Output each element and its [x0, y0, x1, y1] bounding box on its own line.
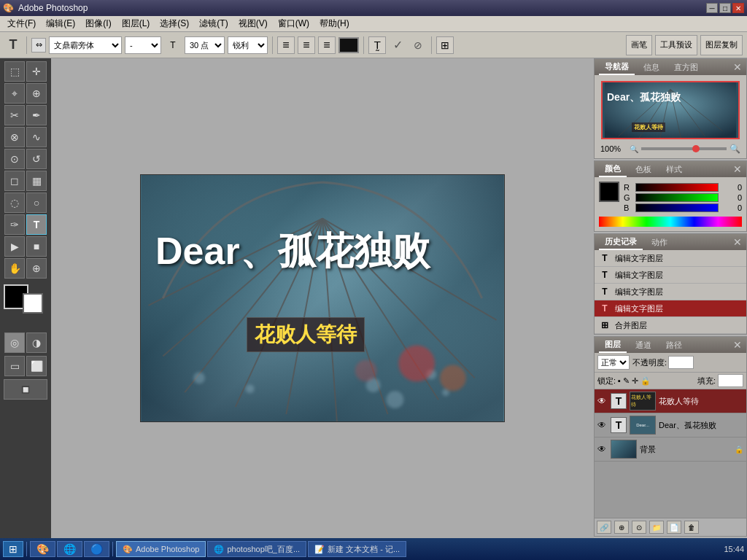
zoom-out-icon[interactable]: 🔍	[630, 145, 638, 153]
align-right-icon[interactable]: ≡	[318, 36, 336, 54]
lock-paint-icon[interactable]: ✎	[623, 376, 630, 386]
text-color-swatch[interactable]	[338, 37, 359, 53]
history-panel-close[interactable]: ✕	[733, 236, 742, 248]
nav-zoom-slider[interactable]	[641, 147, 727, 150]
histogram-tab[interactable]: 直方图	[668, 61, 704, 74]
font-style-select[interactable]: -	[125, 36, 161, 54]
menu-layer[interactable]: 图层(L)	[117, 16, 155, 31]
canvas-area[interactable]: Dear、孤花独败 花败人等待	[51, 58, 594, 538]
menu-filter[interactable]: 滤镜(T)	[195, 16, 232, 31]
taskbar-browser[interactable]: 🌐 photoshop吧_百度...	[207, 541, 306, 557]
blend-mode-select[interactable]: 正常	[597, 355, 630, 370]
navigator-panel-close[interactable]: ✕	[733, 61, 742, 73]
history-item-3[interactable]: T 编辑文字图层	[595, 284, 746, 300]
lock-all-icon[interactable]: 🔒	[640, 376, 651, 386]
taskbar-notepad[interactable]: 📝 新建 文本文档 - 记...	[308, 541, 406, 557]
layers-tab[interactable]: 图层	[599, 338, 627, 353]
text-orient-icon[interactable]: ⇔	[31, 38, 46, 52]
taskbar-icon-3[interactable]: 🔵	[84, 541, 109, 557]
hand-tool[interactable]: ✋	[4, 258, 25, 279]
menu-view[interactable]: 视图(V)	[234, 16, 272, 31]
color-fg-swatch[interactable]	[599, 182, 619, 202]
opacity-input[interactable]: 100%	[668, 356, 694, 369]
link-layers-btn[interactable]: 🔗	[597, 521, 611, 534]
history-item-2[interactable]: T 编辑文字图层	[595, 267, 746, 284]
cancel-icon[interactable]: ⊘	[409, 36, 427, 54]
taskbar-icon-2[interactable]: 🌐	[57, 541, 82, 557]
g-slider[interactable]	[635, 193, 719, 202]
dodge-tool[interactable]: ○	[26, 192, 47, 213]
b-slider[interactable]	[635, 203, 719, 212]
swatches-tab[interactable]: 色板	[630, 163, 657, 176]
quick-mask-mode[interactable]: ◑	[26, 332, 47, 353]
font-family-select[interactable]: 文鼎霸旁体	[49, 36, 122, 54]
minimize-button[interactable]: ─	[706, 3, 718, 13]
history-brush-tool[interactable]: ↺	[26, 149, 47, 169]
new-layer-btn[interactable]: 📄	[667, 521, 681, 534]
canvas-image[interactable]: Dear、孤花独败 花败人等待	[140, 174, 505, 422]
paths-tab[interactable]: 路径	[660, 338, 688, 352]
brush-panel-btn[interactable]: 画笔	[626, 35, 652, 55]
healing-brush-tool[interactable]: ⊗	[4, 127, 25, 147]
zoom-in-icon[interactable]: 🔍	[729, 144, 740, 154]
lasso-tool[interactable]: ⌖	[4, 83, 25, 104]
taskbar-icon-1[interactable]: 🎨	[30, 541, 55, 557]
antialiasing-select[interactable]: 锐利	[228, 36, 268, 54]
layer-item-1[interactable]: 👁 T 花败人等待 花败人等待	[595, 389, 746, 413]
color-tab[interactable]: 颜色	[599, 162, 627, 177]
pen-tool[interactable]: ✑	[4, 214, 25, 235]
actions-tab[interactable]: 动作	[646, 236, 673, 249]
layer-1-visibility[interactable]: 👁	[597, 396, 608, 406]
align-center-icon[interactable]: ≡	[298, 36, 315, 54]
layer-item-2[interactable]: 👁 T Dear... Dear、孤花独败	[595, 413, 746, 438]
align-left-icon[interactable]: ≡	[277, 36, 295, 54]
lock-transparent-icon[interactable]: ▪	[618, 376, 621, 385]
move-tool[interactable]: ✛	[26, 61, 47, 82]
maximize-button[interactable]: □	[719, 3, 731, 13]
text-tool-icon[interactable]: T	[4, 36, 22, 54]
delete-layer-btn[interactable]: 🗑	[684, 521, 699, 534]
layer-comp-btn[interactable]: 图层复制	[700, 35, 743, 55]
menu-image[interactable]: 图像(I)	[81, 16, 115, 31]
history-item-1[interactable]: T 编辑文字图层	[595, 250, 746, 267]
warp-text-icon[interactable]: T̰	[368, 36, 386, 54]
close-button[interactable]: ✕	[732, 3, 744, 13]
menu-file[interactable]: 文件(F)	[3, 16, 40, 31]
styles-tab[interactable]: 样式	[660, 163, 688, 176]
shape-tool[interactable]: ■	[26, 236, 47, 257]
eyedropper-tool[interactable]: ✒	[26, 105, 47, 125]
zoom-tool[interactable]: ⊕	[26, 258, 47, 279]
quick-selection-tool[interactable]: ⊕	[26, 83, 47, 104]
menu-window[interactable]: 窗口(W)	[274, 16, 314, 31]
color-panel-close[interactable]: ✕	[733, 163, 742, 175]
menu-edit[interactable]: 编辑(E)	[42, 16, 80, 31]
text-tool[interactable]: T	[26, 214, 47, 235]
layers-panel-close[interactable]: ✕	[733, 339, 742, 351]
tool-preset-btn[interactable]: 工具预设	[655, 35, 697, 55]
navigator-tab[interactable]: 导航器	[599, 60, 635, 75]
new-group-btn[interactable]: 📁	[649, 521, 664, 534]
blur-tool[interactable]: ◌	[4, 192, 25, 213]
layer-item-3[interactable]: 👁 背景 🔒	[595, 438, 746, 462]
brush-tool[interactable]: ∿	[26, 127, 47, 147]
marquee-tool[interactable]: ⬚	[4, 61, 25, 82]
path-selection-tool[interactable]: ▶	[4, 236, 25, 257]
clone-stamp-tool[interactable]: ⊙	[4, 149, 25, 169]
add-mask-btn[interactable]: ⊙	[632, 521, 646, 534]
extra-tool-1[interactable]: 🔲	[4, 379, 47, 400]
history-item-4[interactable]: T 编辑文字图层	[595, 300, 746, 317]
r-slider[interactable]	[635, 183, 719, 192]
screen-mode-btn-2[interactable]: ⬜	[26, 356, 47, 376]
history-tab[interactable]: 历史记录	[599, 235, 643, 250]
start-button[interactable]: ⊞	[3, 541, 23, 557]
menu-select[interactable]: 选择(S)	[155, 16, 193, 31]
lock-move-icon[interactable]: ✛	[632, 376, 638, 386]
standard-mode[interactable]: ◎	[4, 332, 25, 353]
channels-tab[interactable]: 通道	[630, 338, 657, 352]
info-tab[interactable]: 信息	[638, 61, 665, 74]
options-icon[interactable]: ⊞	[436, 36, 454, 54]
color-spectrum[interactable]	[599, 217, 742, 227]
background-color[interactable]	[23, 293, 43, 314]
gradient-tool[interactable]: ▦	[26, 171, 47, 191]
nav-zoom-thumb[interactable]	[692, 145, 700, 152]
